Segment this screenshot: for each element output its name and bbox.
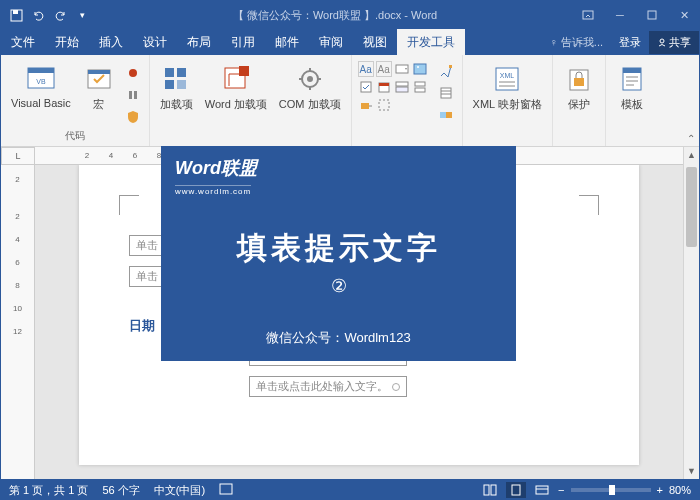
svg-rect-24: [361, 82, 371, 92]
svg-rect-32: [379, 100, 389, 110]
rich-text-control-icon[interactable]: Aa: [358, 61, 374, 77]
tab-mail[interactable]: 邮件: [265, 29, 309, 55]
pause-recording-button[interactable]: [123, 85, 143, 105]
macro-button[interactable]: 宏: [79, 61, 119, 114]
zoom-in-button[interactable]: +: [657, 484, 663, 496]
tab-layout[interactable]: 布局: [177, 29, 221, 55]
close-icon[interactable]: ✕: [669, 1, 699, 29]
properties-icon: [438, 85, 454, 101]
svg-rect-15: [165, 80, 174, 89]
design-mode-button[interactable]: [436, 61, 456, 81]
login-button[interactable]: 登录: [611, 35, 649, 50]
svg-rect-3: [648, 11, 656, 19]
tab-file[interactable]: 文件: [1, 29, 45, 55]
save-icon[interactable]: [9, 8, 23, 22]
overlay-logo: Word联盟 www.wordlm.com: [175, 156, 502, 198]
tab-references[interactable]: 引用: [221, 29, 265, 55]
tell-me-search[interactable]: ♀ 告诉我...: [542, 35, 611, 50]
form-label-date: 日期: [129, 317, 165, 335]
minimize-icon[interactable]: ─: [605, 1, 635, 29]
svg-rect-33: [449, 65, 452, 68]
ribbon-options-icon[interactable]: [573, 1, 603, 29]
status-insert-mode[interactable]: [219, 483, 233, 497]
share-button[interactable]: 共享: [649, 31, 699, 54]
status-words[interactable]: 56 个字: [102, 483, 139, 498]
svg-text:XML: XML: [500, 72, 515, 79]
redo-icon[interactable]: [53, 8, 67, 22]
svg-rect-47: [536, 486, 548, 494]
svg-rect-22: [414, 64, 426, 74]
status-page[interactable]: 第 1 页，共 1 页: [9, 483, 88, 498]
xml-icon: XML: [491, 63, 523, 95]
group-label-code: 代码: [7, 127, 143, 145]
group-button[interactable]: [436, 105, 456, 125]
print-layout-icon[interactable]: [506, 482, 526, 498]
tab-developer[interactable]: 开发工具: [397, 29, 465, 55]
tab-review[interactable]: 审阅: [309, 29, 353, 55]
protect-button[interactable]: 保护: [559, 61, 599, 114]
lock-icon: [563, 63, 595, 95]
ribbon-group-xml: XML XML 映射窗格: [463, 55, 553, 146]
tab-view[interactable]: 视图: [353, 29, 397, 55]
zoom-out-button[interactable]: −: [558, 484, 564, 496]
svg-rect-27: [396, 82, 408, 86]
pause-icon: [125, 87, 141, 103]
plain-text-control-icon[interactable]: Aa: [376, 61, 392, 77]
svg-rect-44: [484, 485, 489, 495]
svg-point-23: [417, 66, 419, 68]
svg-rect-31: [361, 103, 369, 109]
scroll-down-icon[interactable]: ▼: [684, 463, 699, 479]
template-icon: [616, 63, 648, 95]
ribbon-group-template: 模板: [606, 55, 658, 146]
overlay-title: 填表提示文字: [175, 228, 502, 269]
vertical-scrollbar[interactable]: ▲ ▼: [683, 147, 699, 479]
read-mode-icon[interactable]: [480, 482, 500, 498]
visual-basic-button[interactable]: VB Visual Basic: [7, 61, 75, 111]
scroll-up-icon[interactable]: ▲: [684, 147, 699, 163]
tab-home[interactable]: 开始: [45, 29, 89, 55]
addin-button[interactable]: 加载项: [156, 61, 197, 114]
word-addin-button[interactable]: Word 加载项: [201, 61, 271, 114]
zoom-level[interactable]: 80%: [669, 484, 691, 496]
com-addin-button[interactable]: COM 加载项: [275, 61, 345, 114]
svg-point-4: [660, 39, 664, 43]
picture-control-icon[interactable]: [412, 61, 428, 77]
visual-basic-icon: VB: [25, 63, 57, 95]
svg-rect-1: [13, 10, 18, 14]
tab-design[interactable]: 设计: [133, 29, 177, 55]
window-title: 【 微信公众号：Word联盟 】.docx - Word: [97, 8, 573, 23]
xml-mapping-button[interactable]: XML XML 映射窗格: [469, 61, 546, 114]
svg-rect-18: [239, 66, 249, 76]
dropdown-control-icon[interactable]: [394, 79, 410, 95]
ruler-corner[interactable]: L: [1, 147, 35, 165]
maximize-icon[interactable]: [637, 1, 667, 29]
svg-rect-36: [446, 112, 452, 118]
overlay-url: www.wordlm.com: [175, 185, 251, 196]
margin-mark-tr: [579, 195, 599, 215]
web-layout-icon[interactable]: [532, 482, 552, 498]
margin-mark-tl: [119, 195, 139, 215]
scroll-thumb[interactable]: [686, 167, 697, 247]
macro-security-button[interactable]: [123, 107, 143, 127]
content-control-placeholder[interactable]: 单击或点击此处输入文字。: [249, 376, 407, 397]
statusbar: 第 1 页，共 1 页 56 个字 中文(中国) − + 80%: [1, 479, 699, 500]
template-button[interactable]: 模板: [612, 61, 652, 114]
properties-button[interactable]: [436, 83, 456, 103]
collapse-ribbon-icon[interactable]: ⌃: [687, 133, 695, 144]
svg-rect-34: [441, 88, 451, 98]
status-language[interactable]: 中文(中国): [154, 483, 205, 498]
group-control-icon[interactable]: [376, 97, 392, 113]
repeating-control-icon[interactable]: [412, 79, 428, 95]
record-macro-button[interactable]: [123, 63, 143, 83]
com-addin-icon: [294, 63, 326, 95]
vertical-ruler[interactable]: 224681012: [1, 165, 35, 479]
combo-control-icon[interactable]: [394, 61, 410, 77]
ribbon-group-protect: 保护: [553, 55, 606, 146]
date-control-icon[interactable]: [376, 79, 392, 95]
checkbox-control-icon[interactable]: [358, 79, 374, 95]
tab-insert[interactable]: 插入: [89, 29, 133, 55]
legacy-tools-icon[interactable]: [358, 97, 374, 113]
qat-more-icon[interactable]: ▾: [75, 8, 89, 22]
undo-icon[interactable]: [31, 8, 45, 22]
zoom-slider[interactable]: [571, 488, 651, 492]
